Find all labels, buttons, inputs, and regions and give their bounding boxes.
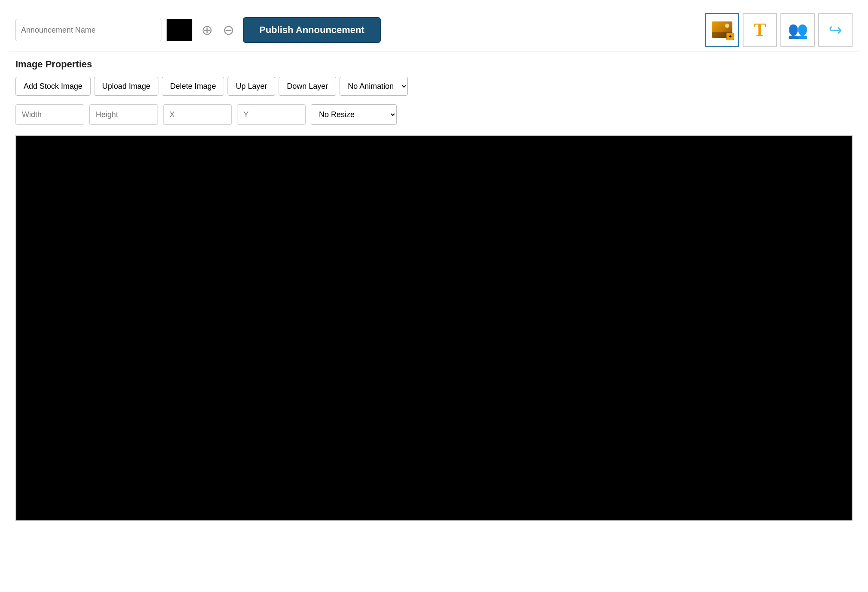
- zoom-in-button[interactable]: ⊕: [197, 21, 216, 39]
- height-input[interactable]: [89, 104, 158, 125]
- publish-button[interactable]: Publish Announcement: [243, 17, 381, 43]
- toolbar: ⊕ ⊖ Publish Announcement ✦ T 👥: [9, 9, 859, 52]
- text-tool-button[interactable]: T: [743, 13, 777, 47]
- image-tool-icon: ✦: [712, 21, 732, 39]
- upload-image-button[interactable]: Upload Image: [94, 77, 158, 96]
- color-swatch[interactable]: [167, 19, 192, 41]
- canvas-area: [15, 135, 853, 521]
- zoom-controls: ⊕ ⊖: [197, 21, 238, 39]
- resize-select[interactable]: No Resize Fit Width Fit Height Stretch: [311, 104, 397, 125]
- delete-image-button[interactable]: Delete Image: [162, 77, 224, 96]
- down-layer-button[interactable]: Down Layer: [279, 77, 336, 96]
- y-input[interactable]: [237, 104, 306, 125]
- announcement-name-input[interactable]: [15, 19, 161, 41]
- dimensions-row: No Resize Fit Width Fit Height Stretch: [15, 104, 853, 125]
- undo-tool-button[interactable]: ↩: [818, 13, 853, 47]
- add-stock-image-button[interactable]: Add Stock Image: [15, 77, 91, 96]
- section-title: Image Properties: [15, 59, 853, 70]
- users-tool-icon: 👥: [788, 21, 808, 39]
- undo-icon: ↩: [829, 21, 842, 39]
- properties-toolbar: Add Stock Image Upload Image Delete Imag…: [15, 77, 853, 96]
- x-input[interactable]: [163, 104, 232, 125]
- zoom-out-icon: ⊖: [223, 22, 234, 38]
- animation-select[interactable]: No Animation Fade In Slide In Bounce: [340, 77, 408, 96]
- properties-section: Image Properties Add Stock Image Upload …: [9, 59, 859, 125]
- up-layer-button[interactable]: Up Layer: [228, 77, 275, 96]
- zoom-out-button[interactable]: ⊖: [219, 21, 238, 39]
- tool-icons: ✦ T 👥 ↩: [705, 13, 853, 47]
- users-tool-button[interactable]: 👥: [780, 13, 815, 47]
- zoom-in-icon: ⊕: [201, 22, 213, 38]
- image-tool-button[interactable]: ✦: [705, 13, 739, 47]
- text-tool-icon: T: [753, 21, 766, 39]
- width-input[interactable]: [15, 104, 84, 125]
